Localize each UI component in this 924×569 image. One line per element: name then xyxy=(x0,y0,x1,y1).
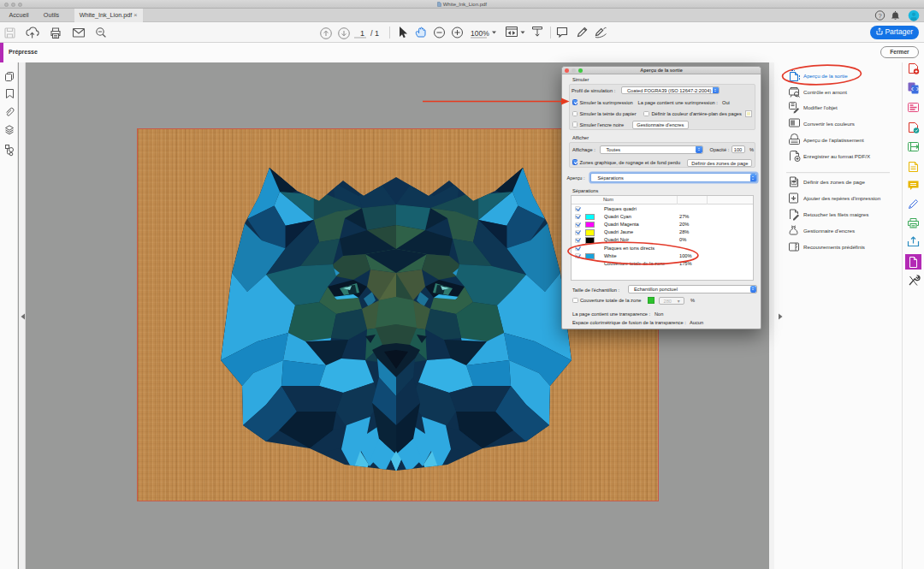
svg-text:/ 1: / 1 xyxy=(370,29,379,38)
svg-text:?: ? xyxy=(878,12,881,20)
svg-text:100%: 100% xyxy=(471,29,489,38)
svg-text:1: 1 xyxy=(360,29,364,38)
